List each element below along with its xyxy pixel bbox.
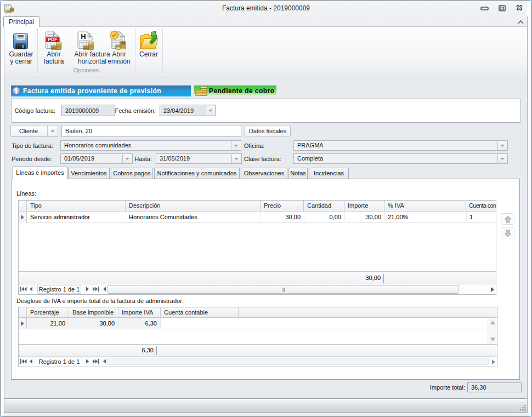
svg-text:H: H: [81, 32, 86, 41]
svg-text:PDF: PDF: [48, 37, 58, 42]
